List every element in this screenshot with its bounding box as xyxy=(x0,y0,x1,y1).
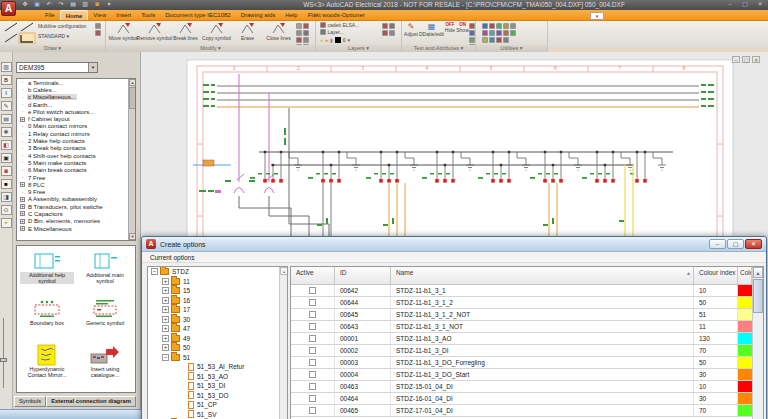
modify-button[interactable]: Remove symbol xyxy=(139,22,170,41)
symbol-card[interactable]: Boundary box xyxy=(20,298,74,326)
tree-item[interactable]: a Terminals... xyxy=(17,79,135,86)
palette-tool-icon[interactable]: ⊙ xyxy=(1,205,12,215)
mini-icon[interactable] xyxy=(469,23,475,29)
modify-button[interactable]: Copy symbol xyxy=(201,22,232,41)
symbol-card[interactable]: Additional main symbol xyxy=(78,250,132,284)
symbol-card[interactable]: Additional help symbol xyxy=(20,250,74,284)
ribbon-tab[interactable]: Document type IEC1082 xyxy=(160,10,235,20)
dialog-close-button[interactable]: ✕ xyxy=(745,239,762,249)
table-row[interactable]: 00002 STDZ-11-b1_3_DI 70 xyxy=(291,345,763,357)
palette-tool-icon[interactable]: ◧ xyxy=(1,140,12,150)
tree-expander-icon[interactable]: + xyxy=(20,182,25,187)
dialog-tree-item[interactable]: 51_CP xyxy=(148,400,287,410)
tree-expander-icon[interactable] xyxy=(20,160,25,165)
tree-item[interactable]: 2 Make help contacts xyxy=(17,137,135,144)
panel-label-modify[interactable]: Modify ▾ xyxy=(106,45,315,52)
combobox-caret-icon[interactable]: ▾ xyxy=(88,63,97,72)
table-scrollbar[interactable]: ▲ xyxy=(752,267,763,419)
mini-icon[interactable] xyxy=(389,23,395,29)
symbol-set-combobox[interactable]: DEM395▾ xyxy=(16,62,98,73)
table-row[interactable]: 00001 STDZ-11-b1_3_AO 130 xyxy=(291,333,763,345)
tree-item[interactable]: c Miscellaneous... xyxy=(17,94,135,101)
cadett-elsa-button[interactable]: cadett ELSA... xyxy=(320,22,359,29)
qat-icon[interactable]: ↷ xyxy=(56,0,66,9)
mini-icon[interactable] xyxy=(303,37,309,43)
tree-expander-icon[interactable]: + xyxy=(20,204,25,209)
mini-icon[interactable] xyxy=(510,23,516,29)
dialog-tree-item[interactable]: 51_53_DI xyxy=(148,381,287,391)
mini-icon[interactable] xyxy=(496,23,502,29)
table-row[interactable]: 00463 STDZ-15-01_04_DI 10 xyxy=(291,381,763,393)
adjust-button[interactable]: ✎ Adjust xyxy=(403,22,419,37)
tree-expander-icon[interactable]: + xyxy=(162,278,169,285)
ribbon-tab[interactable]: Insert xyxy=(111,10,136,20)
qat-icon[interactable]: ▾ xyxy=(104,0,114,9)
tree-scrollbar[interactable]: ▲▼ xyxy=(128,79,135,240)
tree-item[interactable]: b Cables... xyxy=(17,86,135,93)
hide-attributes-button[interactable]: OFF Hide xyxy=(444,22,456,33)
palette-tool-icon[interactable]: ✱ xyxy=(1,127,12,137)
mini-icon[interactable] xyxy=(95,23,101,29)
mini-icon[interactable] xyxy=(482,37,488,43)
active-checkbox[interactable] xyxy=(309,395,316,402)
tree-expander-icon[interactable]: + xyxy=(20,219,25,224)
qat-icon[interactable]: ▣ xyxy=(32,0,42,9)
mini-icon[interactable] xyxy=(496,30,502,36)
tree-expander-icon[interactable]: − xyxy=(151,268,158,275)
mini-icon[interactable] xyxy=(503,37,509,43)
mini-icon[interactable] xyxy=(510,30,516,36)
dialog-tree-item[interactable]: + 15 xyxy=(148,286,287,296)
qat-icon[interactable]: ◙ xyxy=(92,0,102,9)
modify-button[interactable]: Break lines xyxy=(170,22,201,41)
palette-tab[interactable]: Symbols xyxy=(14,396,46,407)
modify-button[interactable]: Move symbol xyxy=(108,22,139,41)
tree-expander-icon[interactable]: + xyxy=(20,117,25,122)
tree-item[interactable]: 3 Break help contacts xyxy=(17,145,135,152)
panel-label-draw[interactable]: Draw ▾ xyxy=(0,45,105,52)
tree-expander-icon[interactable]: + xyxy=(162,297,169,304)
table-row[interactable]: 00643 STDZ-11-b1_3_1_NOT 11 xyxy=(291,321,763,333)
tree-item[interactable]: 7 Free xyxy=(17,174,135,181)
mini-icon[interactable] xyxy=(503,23,509,29)
tree-expander-icon[interactable] xyxy=(20,131,25,136)
tree-item[interactable]: e Pilot switch actuators... xyxy=(17,108,135,115)
dialog-title-bar[interactable]: A Create options – ▢ ✕ xyxy=(142,237,766,252)
active-checkbox[interactable] xyxy=(309,299,316,306)
dialog-tree-item[interactable]: 51_53_AI_Retur xyxy=(148,362,287,372)
dialog-tree-item[interactable]: + 11 xyxy=(148,277,287,287)
table-row[interactable]: 00645 STDZ-11-b1_3_1_2_NOT 51 xyxy=(291,309,763,321)
tree-expander-icon[interactable]: + xyxy=(162,306,169,313)
active-checkbox[interactable] xyxy=(309,383,316,390)
tree-item[interactable]: 1 Relay contact mirrors xyxy=(17,130,135,137)
tree-expander-icon[interactable]: + xyxy=(162,287,169,294)
modify-button[interactable]: Close lines xyxy=(263,22,294,41)
tree-expander-icon[interactable] xyxy=(20,139,25,144)
layer-dropdown-caret[interactable]: ▾ xyxy=(348,37,351,43)
dialog-tree-item[interactable]: + 17 xyxy=(148,305,287,315)
qat-icon[interactable]: ▥ xyxy=(80,0,90,9)
active-checkbox[interactable] xyxy=(309,347,316,354)
dialog-tree-item[interactable]: + 50 xyxy=(148,343,287,353)
tree-expander-icon[interactable] xyxy=(20,190,25,195)
table-row[interactable]: 00642 STDZ-11-b1_3_1 10 xyxy=(291,285,763,297)
layer-on-bulb-icon[interactable]: ● xyxy=(320,37,323,43)
tree-item[interactable]: + D Bin. elements, memories xyxy=(17,218,135,225)
tree-expander-icon[interactable] xyxy=(20,87,25,92)
tree-expander-icon[interactable] xyxy=(20,153,25,158)
palette-tool-icon[interactable]: ◙ xyxy=(1,166,12,176)
autocad-logo-icon[interactable]: A xyxy=(1,1,16,16)
mini-icon[interactable] xyxy=(489,37,495,43)
dialog-tree-item[interactable]: 51_53_DO xyxy=(148,391,287,401)
qat-icon[interactable]: ▤ xyxy=(68,0,78,9)
tree-item[interactable]: 4 Shift-over help contacts xyxy=(17,152,135,159)
tree-expander-icon[interactable]: + xyxy=(162,316,169,323)
mini-icon[interactable] xyxy=(496,37,502,43)
dialog-tree-scrollbar[interactable]: ▲ xyxy=(279,267,287,419)
scrollbar-thumb[interactable] xyxy=(129,87,136,109)
minimize-button[interactable]: – xyxy=(724,0,736,9)
table-row[interactable]: 00644 STDZ-11-b1_3_1_2 50 xyxy=(291,297,763,309)
table-row[interactable]: 00003 STDZ-11-b1_3_DO_Forregling 50 xyxy=(291,357,763,369)
ribbon-tab[interactable]: Tools xyxy=(136,10,160,20)
active-checkbox[interactable] xyxy=(309,407,316,414)
palette-tool-icon[interactable]: ◨ xyxy=(1,192,12,202)
